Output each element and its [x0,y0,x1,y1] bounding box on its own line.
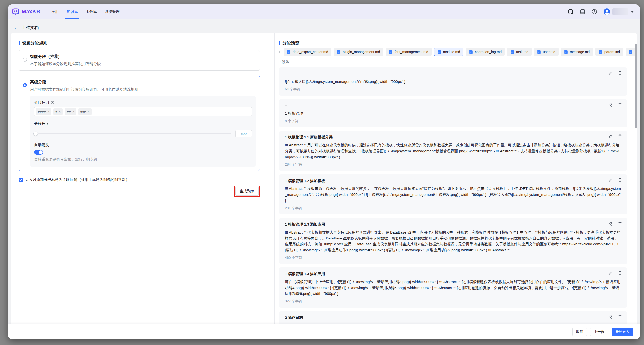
delete-icon[interactable] [618,102,622,107]
file-tab-active[interactable]: module.md [434,47,463,56]
paragraph-card: 1 模板管理 1.2 添加模板 !!! Abstract "" 模板来源于仪表板… [279,174,627,215]
option-advanced-desc: 用户可根据文档规范自行设置分段标识符、分段长度以及清洗规则 [30,87,256,92]
nav-item-system[interactable]: 系统管理 [104,4,120,19]
paragraph-card: – 1 模板管理 8 个字符 [279,99,627,127]
tag-remove-icon[interactable]: × [59,110,61,114]
previous-step-button[interactable]: 上一步 [590,328,608,336]
page-header: ← 上传文档 [14,25,640,30]
file-tab[interactable]: message.md [561,47,593,56]
start-import-button[interactable]: 开始导入 [612,328,633,336]
paragraph-charcount: 284 个字符 [285,162,621,167]
nav-item-functions[interactable]: 函数库 [85,4,98,19]
tag-remove-icon[interactable]: × [47,110,49,114]
delete-icon[interactable] [618,271,622,275]
edit-icon[interactable] [608,71,612,75]
edit-icon[interactable] [608,315,612,319]
tag-remove-icon[interactable]: × [72,110,74,114]
chevron-down-icon[interactable] [245,110,248,114]
pattern-tag: #× [53,108,63,115]
navbar-right [568,4,634,19]
scrollbar-thumb[interactable] [635,43,637,128]
edit-icon[interactable] [608,271,612,275]
cancel-button[interactable]: 取消 [572,328,587,336]
paragraph-card: 1 模板管理 1.1 新建模板分类 !!! Abstract "" 用户可以在创… [279,131,627,171]
radio-smart-segment[interactable] [23,58,27,62]
paragraph-card-clipped: 2 操作日志 [279,311,627,325]
auto-clean-toggle[interactable] [34,150,43,155]
tabs-prev-icon[interactable] [278,50,282,53]
delete-icon[interactable] [618,134,622,138]
option-smart-desc: 不了解如何设置分段规则推荐使用智能分段 [30,61,256,66]
edit-icon[interactable] [608,102,612,107]
option-smart-title: 智能分段（推荐） [30,54,256,59]
paragraph-count: 7 段落 [279,60,627,64]
paragraph-card: 1 模板管理 1.3 添加应用 可在【模板管理】中上传应用。![更新1](../… [279,268,627,308]
brand[interactable]: MaxKB [12,4,40,19]
delete-icon[interactable] [618,221,622,226]
paragraph-charcount: 327 个字符 [285,299,621,304]
file-tab[interactable]: operation_log.md [466,47,505,56]
paragraph-content: ![百宝箱入口](../../img/system_management/百宝箱… [285,79,621,85]
pattern-select[interactable]: ####× #× ##× ###× [34,107,252,116]
delete-icon[interactable] [618,71,622,75]
username-redacted [612,8,628,15]
right-section-title: 分段预览 [279,40,627,45]
user-menu[interactable] [604,8,634,15]
app-window: MaxKB 应用 知识库 函数库 系统管理 [8,4,640,339]
file-tabs: data_export_center.md plugin_management.… [279,47,627,56]
slider-handle[interactable] [34,131,38,136]
left-section-title: 设置分段规则 [18,40,260,45]
auto-clean-desc: 去掉重复多余符号空格、空行、制表符 [34,157,252,162]
paragraph-title: – [285,71,621,76]
file-tab[interactable]: task.md [507,47,532,56]
md-file-icon [389,49,392,54]
md-file-icon [537,49,541,54]
nav-item-knowledge[interactable]: 知识库 [66,4,78,19]
radio-advanced-segment[interactable] [23,83,27,87]
edit-icon[interactable] [608,178,612,182]
paragraph-content: 可在【模板管理】中上传应用。![更新1](../../newimg/5.1 新增… [285,279,621,297]
back-button[interactable]: ← [14,25,18,30]
advanced-settings-box: 分段标识 ####× #× ##× ###× 分段长度 [30,96,256,167]
paragraph-list: – ![百宝箱入口](../../img/system_management/百… [279,67,627,325]
md-file-icon [510,49,514,54]
file-tab[interactable]: plugin_management.md [334,47,383,56]
length-slider[interactable] [34,133,232,134]
file-tab[interactable]: param.md [596,47,623,56]
maxkb-logo-icon [12,8,19,15]
pattern-tag: ###× [78,108,92,115]
length-input[interactable] [236,130,252,137]
auto-clean-label: 自动清洗 [34,142,252,147]
docs-book-icon[interactable] [580,9,585,14]
related-question-label: 导入时添加分段标题为关联问题（适用于标题为问题的问答对） [25,177,129,182]
delete-icon[interactable] [618,178,622,182]
pattern-label-row: 分段标识 [34,100,252,105]
page-title: 上传文档 [22,25,39,30]
option-smart-body: 智能分段（推荐） 不了解如何设置分段规则推荐使用智能分段 [30,54,256,66]
tag-remove-icon[interactable]: × [88,110,90,114]
related-question-checkbox[interactable] [18,178,23,182]
nav-item-apps[interactable]: 应用 [51,4,59,19]
option-advanced-segment[interactable]: 高级分段 用户可根据文档规范自行设置分段标识符、分段长度以及清洗规则 分段标识 … [18,75,260,171]
github-icon[interactable] [568,9,574,14]
pattern-tag: ##× [65,108,76,115]
edit-icon[interactable] [608,134,612,138]
paragraph-content: !!! Abstract "" 用户可以在创建仪表板的时候，通过选择已有的模板，… [285,142,621,160]
file-tab[interactable]: font_management.md [386,47,432,56]
file-tab[interactable]: user.md [534,47,558,56]
generate-preview-button[interactable]: 生成预览 [236,187,259,196]
edit-icon[interactable] [608,221,612,226]
info-icon[interactable] [50,101,54,104]
paragraph-title: 1 模板管理 1.3 添加应用 [285,272,621,276]
file-tab[interactable]: data_export_center.md [284,47,331,56]
option-smart-segment[interactable]: 智能分段（推荐） 不了解如何设置分段规则推荐使用智能分段 [18,50,260,71]
paragraph-charcount: 460 个字符 [285,256,621,260]
chevron-down-icon[interactable] [631,11,634,13]
md-file-icon [599,49,602,54]
brand-name: MaxKB [22,8,40,15]
help-icon[interactable] [592,9,597,14]
option-advanced-title: 高级分段 [30,80,256,85]
paragraph-title: 1 模板管理 1.1 新建模板分类 [285,135,621,140]
delete-icon[interactable] [618,315,622,319]
paragraph-charcount: 8 个字符 [285,119,621,123]
